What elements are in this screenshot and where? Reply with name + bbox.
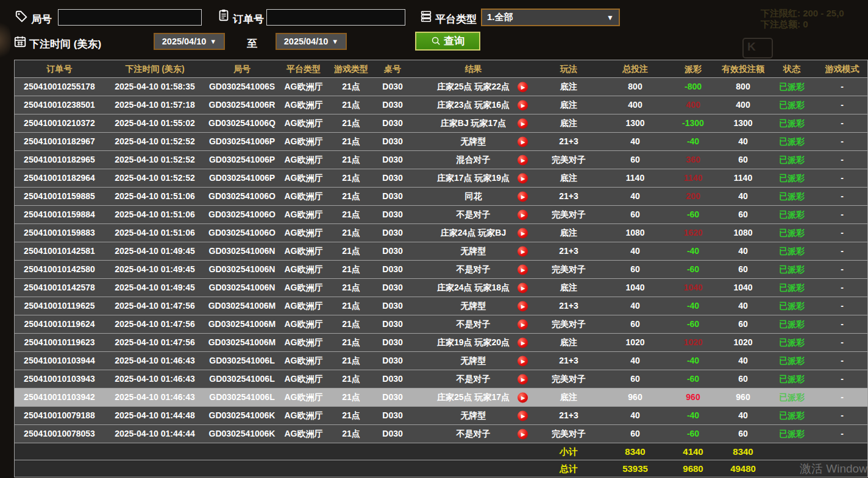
cell-result: 无牌型▶ [411, 133, 535, 150]
chevron-down-icon: ▼ [332, 38, 338, 45]
cell-game-mode: - [816, 151, 868, 169]
cell-total-bet: 960 [602, 388, 668, 406]
table-row[interactable]: 2504100101425782025-04-10 01:49:45GD0302… [15, 279, 867, 297]
table-row[interactable]: 2504100101039442025-04-10 01:46:43GD0302… [15, 352, 867, 370]
table-row[interactable]: 2504100100780532025-04-10 01:44:44GD0302… [15, 425, 867, 443]
cell-payout: 1020 [668, 334, 718, 351]
cell-bet-time: 2025-04-10 01:52:52 [104, 169, 205, 187]
cell-payout: 1140 [668, 169, 718, 187]
date-from-picker[interactable]: 2025/04/10 ▼ [154, 33, 225, 50]
replay-video-icon[interactable]: ▶ [518, 209, 528, 220]
cell-order-id: 250410010103942 [15, 388, 104, 406]
cell-result: 庄家24点 玩家BJ▶ [411, 224, 535, 242]
table-row[interactable]: 2504100101598842025-04-10 01:51:06GD0302… [15, 206, 867, 224]
cell-bet-time: 2025-04-10 01:49:45 [104, 242, 205, 260]
replay-video-icon[interactable]: ▶ [518, 337, 528, 348]
search-button[interactable]: 查询 [415, 32, 480, 51]
cell-platform-type: AG欧洲厅 [279, 224, 329, 242]
table-row[interactable]: 2504100102551782025-04-10 01:58:35GD0302… [15, 78, 867, 96]
cell-status: 已派彩 [768, 425, 816, 443]
cell-table-no: D030 [374, 425, 411, 443]
cell-order-id: 250410010238501 [15, 96, 104, 114]
cell-order-id: 250410010182967 [15, 133, 104, 150]
cell-payout: -40 [668, 297, 718, 315]
table-row[interactable]: 2504100101196252025-04-10 01:47:56GD0302… [15, 297, 867, 315]
table-row[interactable]: 2504100101039432025-04-10 01:46:43GD0302… [15, 370, 867, 388]
cell-result: 混合对子▶ [411, 151, 535, 169]
table-row[interactable]: 2504100102103722025-04-10 01:55:02GD0302… [15, 114, 867, 133]
cell-game-type: 21点 [329, 242, 374, 260]
table-row[interactable]: 2504100101425802025-04-10 01:49:45GD0302… [15, 261, 867, 279]
cell-bet-time: 2025-04-10 01:49:45 [104, 279, 205, 297]
replay-video-icon[interactable]: ▶ [518, 228, 528, 238]
table-row[interactable]: 2504100101829672025-04-10 01:52:52GD0302… [15, 133, 867, 151]
platform-type-select[interactable]: 1.全部 ▼ [481, 9, 620, 26]
table-row[interactable]: 2504100101829652025-04-10 01:52:52GD0302… [15, 151, 867, 169]
table-row[interactable]: 2504100101196232025-04-10 01:47:56GD0302… [15, 334, 867, 352]
result-text: 庄家25点 玩家22点 [437, 78, 510, 96]
cell-total-bet: 40 [602, 133, 668, 150]
replay-video-icon[interactable]: ▶ [518, 392, 528, 402]
replay-video-icon[interactable]: ▶ [518, 191, 528, 202]
cell-game-type: 21点 [329, 261, 374, 278]
date-to-picker[interactable]: 2025/04/10 ▼ [276, 33, 347, 50]
cell-game-mode: - [816, 224, 868, 242]
cell-game-mode: - [816, 370, 868, 388]
replay-video-icon[interactable]: ▶ [518, 264, 528, 275]
replay-video-icon[interactable]: ▶ [518, 155, 528, 165]
cell-play-type: 底注 [535, 96, 602, 114]
cell-result: 不是对子▶ [411, 206, 535, 223]
cell-platform-type: AG欧洲厅 [279, 242, 329, 260]
cell-total-bet: 40 [602, 242, 668, 260]
cell-game-mode: - [816, 261, 868, 278]
replay-video-icon[interactable]: ▶ [518, 118, 528, 128]
total-payout: 9680 [668, 460, 718, 477]
platform-type-label: 平台类型 [435, 12, 477, 26]
cell-game-mode: - [816, 425, 868, 443]
cell-game-type: 21点 [329, 78, 374, 96]
platform-list-icon [419, 10, 433, 23]
table-row[interactable]: 2504100101829642025-04-10 01:52:52GD0302… [15, 169, 867, 188]
cell-platform-type: AG欧洲厅 [279, 96, 329, 114]
table-row[interactable]: 2504100101039422025-04-10 01:46:43GD0302… [15, 388, 867, 407]
cell-game-type: 21点 [329, 169, 374, 187]
replay-video-icon[interactable]: ▶ [518, 136, 528, 147]
cell-valid-bet: 1300 [718, 114, 768, 132]
cell-round-id: GD0302541006L [205, 352, 279, 370]
table-row[interactable]: 2504100102385012025-04-10 01:57:18GD0302… [15, 96, 867, 114]
cell-bet-time: 2025-04-10 01:44:44 [104, 425, 205, 443]
table-row[interactable]: 2504100100791882025-04-10 01:44:48GD0302… [15, 407, 867, 425]
cell-payout: -800 [668, 78, 718, 96]
table-row[interactable]: 2504100101196242025-04-10 01:47:56GD0302… [15, 315, 867, 334]
replay-video-icon[interactable]: ▶ [518, 283, 528, 293]
column-header-7: 玩法 [535, 60, 602, 77]
cell-table-no: D030 [374, 151, 411, 169]
replay-video-icon[interactable]: ▶ [518, 301, 528, 311]
replay-video-icon[interactable]: ▶ [518, 82, 528, 92]
replay-video-icon[interactable]: ▶ [518, 374, 528, 384]
result-text: 庄家24点 玩家BJ [441, 224, 506, 242]
cell-round-id: GD0302541006N [205, 261, 279, 278]
cell-total-bet: 60 [602, 315, 668, 333]
replay-video-icon[interactable]: ▶ [518, 410, 528, 421]
replay-video-icon[interactable]: ▶ [518, 173, 528, 183]
cell-result: 无牌型▶ [411, 407, 535, 424]
cell-bet-time: 2025-04-10 01:47:56 [104, 297, 205, 315]
cell-result: 不是对子▶ [411, 425, 535, 443]
replay-video-icon[interactable]: ▶ [518, 246, 528, 256]
date-from-value: 2025/04/10 [162, 37, 207, 46]
replay-video-icon[interactable]: ▶ [518, 429, 528, 439]
cell-platform-type: AG欧洲厅 [279, 370, 329, 388]
table-row[interactable]: 2504100101425812025-04-10 01:49:45GD0302… [15, 242, 867, 261]
total-label: 总计 [535, 460, 602, 477]
table-row[interactable]: 2504100101598852025-04-10 01:51:06GD0302… [15, 188, 867, 206]
column-header-10: 有效投注额 [718, 60, 768, 77]
filter-bar: 局号 订单号 平台类型 1.全部 ▼ 下注时间 (美东) 2025/04/10 … [0, 0, 868, 60]
table-row[interactable]: 2504100101598832025-04-10 01:51:06GD0302… [15, 224, 867, 242]
replay-video-icon[interactable]: ▶ [518, 100, 528, 110]
round-number-input[interactable] [58, 9, 202, 26]
cell-order-id: 250410010182965 [15, 151, 104, 169]
order-number-input[interactable] [266, 9, 405, 26]
replay-video-icon[interactable]: ▶ [518, 356, 528, 366]
replay-video-icon[interactable]: ▶ [518, 319, 528, 329]
